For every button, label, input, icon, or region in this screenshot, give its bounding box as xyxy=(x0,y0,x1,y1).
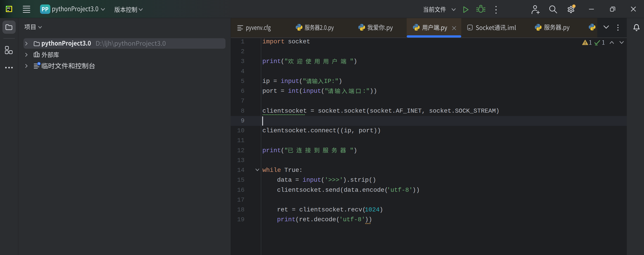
svg-text:PC: PC xyxy=(7,7,10,9)
